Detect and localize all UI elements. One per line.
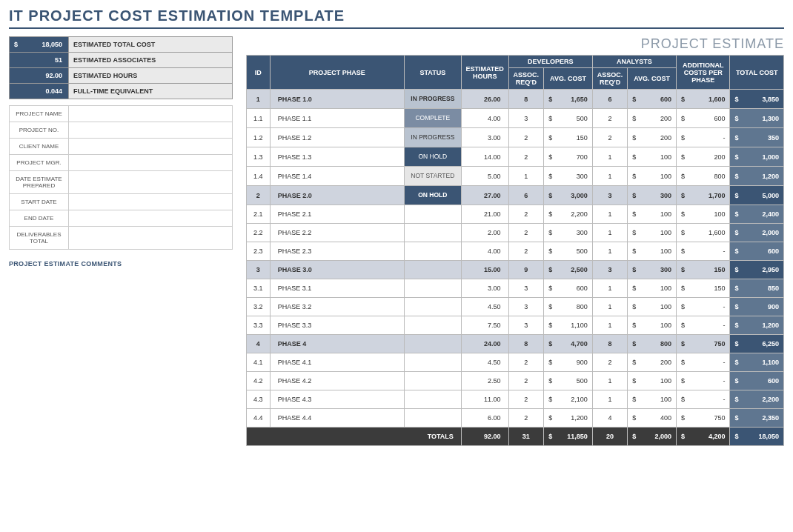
cell-phase[interactable]: PHASE 3.2 [270, 298, 404, 316]
cell-hours[interactable]: 3.00 [461, 279, 508, 298]
cell-dev-assoc[interactable]: 8 [508, 90, 544, 109]
cell-additional[interactable]: $- [677, 353, 730, 372]
cell-dev-assoc[interactable]: 2 [508, 242, 544, 261]
cell-hours[interactable]: 4.50 [461, 298, 508, 316]
cell-dev-assoc[interactable]: 3 [508, 279, 544, 298]
cell-additional[interactable]: $- [677, 390, 730, 409]
cell-status[interactable]: ON HOLD [404, 147, 461, 167]
cell-total[interactable]: $6,250 [730, 335, 784, 353]
cell-additional[interactable]: $750 [677, 409, 730, 428]
info-value[interactable] [69, 122, 233, 139]
cell-hours[interactable]: 4.00 [461, 109, 508, 128]
cell-hours[interactable]: 5.00 [461, 167, 508, 186]
cell-dev-cost[interactable]: $800 [544, 298, 593, 316]
cell-dev-cost[interactable]: $1,100 [544, 316, 593, 335]
cell-id[interactable]: 3.3 [247, 316, 271, 335]
cell-status[interactable] [404, 205, 461, 224]
cell-hours[interactable]: 4.50 [461, 353, 508, 372]
cell-id[interactable]: 3.2 [247, 298, 271, 316]
cell-phase[interactable]: PHASE 2.0 [270, 186, 404, 205]
cell-ana-cost[interactable]: $400 [628, 409, 677, 428]
cell-ana-cost[interactable]: $300 [628, 261, 677, 279]
cell-ana-assoc[interactable]: 3 [592, 186, 628, 205]
cell-id[interactable]: 1.2 [247, 128, 271, 147]
cell-total[interactable]: $2,200 [730, 390, 784, 409]
cell-status[interactable] [404, 261, 461, 279]
cell-dev-assoc[interactable]: 9 [508, 261, 544, 279]
cell-phase[interactable]: PHASE 4.3 [270, 390, 404, 409]
cell-status[interactable] [404, 242, 461, 261]
cell-additional[interactable]: $800 [677, 167, 730, 186]
cell-dev-assoc[interactable]: 2 [508, 147, 544, 167]
cell-ana-assoc[interactable]: 1 [592, 298, 628, 316]
cell-dev-cost[interactable]: $300 [544, 167, 593, 186]
cell-phase[interactable]: PHASE 3.1 [270, 279, 404, 298]
cell-phase[interactable]: PHASE 1.1 [270, 109, 404, 128]
cell-id[interactable]: 2.1 [247, 205, 271, 224]
cell-dev-cost[interactable]: $1,200 [544, 409, 593, 428]
cell-phase[interactable]: PHASE 1.4 [270, 167, 404, 186]
cell-status[interactable] [404, 372, 461, 390]
summary-value[interactable]: 51 [10, 53, 69, 68]
cell-hours[interactable]: 15.00 [461, 261, 508, 279]
cell-hours[interactable]: 3.00 [461, 128, 508, 147]
cell-id[interactable]: 2.2 [247, 224, 271, 242]
cell-ana-assoc[interactable]: 8 [592, 335, 628, 353]
cell-ana-cost[interactable]: $600 [628, 90, 677, 109]
cell-id[interactable]: 2.3 [247, 242, 271, 261]
cell-phase[interactable]: PHASE 1.2 [270, 128, 404, 147]
cell-total[interactable]: $350 [730, 128, 784, 147]
cell-ana-cost[interactable]: $100 [628, 279, 677, 298]
cell-status[interactable] [404, 279, 461, 298]
cell-total[interactable]: $850 [730, 279, 784, 298]
cell-hours[interactable]: 26.00 [461, 90, 508, 109]
cell-dev-assoc[interactable]: 6 [508, 186, 544, 205]
cell-ana-assoc[interactable]: 1 [592, 372, 628, 390]
summary-value[interactable]: $18,050 [10, 37, 69, 53]
cell-id[interactable]: 4.3 [247, 390, 271, 409]
cell-dev-cost[interactable]: $500 [544, 242, 593, 261]
cell-total[interactable]: $3,850 [730, 90, 784, 109]
info-value[interactable] [69, 106, 233, 122]
info-value[interactable] [69, 227, 233, 250]
cell-phase[interactable]: PHASE 2.3 [270, 242, 404, 261]
cell-ana-assoc[interactable]: 1 [592, 167, 628, 186]
cell-additional[interactable]: $100 [677, 205, 730, 224]
cell-dev-cost[interactable]: $600 [544, 279, 593, 298]
cell-phase[interactable]: PHASE 4 [270, 335, 404, 353]
cell-status[interactable]: ON HOLD [404, 186, 461, 205]
cell-ana-cost[interactable]: $200 [628, 109, 677, 128]
cell-ana-cost[interactable]: $100 [628, 372, 677, 390]
cell-total[interactable]: $1,200 [730, 167, 784, 186]
cell-ana-cost[interactable]: $100 [628, 224, 677, 242]
cell-phase[interactable]: PHASE 3.3 [270, 316, 404, 335]
cell-ana-assoc[interactable]: 1 [592, 147, 628, 167]
cell-dev-cost[interactable]: $2,100 [544, 390, 593, 409]
cell-dev-assoc[interactable]: 2 [508, 409, 544, 428]
cell-dev-cost[interactable]: $500 [544, 372, 593, 390]
cell-dev-assoc[interactable]: 3 [508, 298, 544, 316]
cell-additional[interactable]: $- [677, 242, 730, 261]
cell-status[interactable] [404, 353, 461, 372]
cell-dev-assoc[interactable]: 2 [508, 224, 544, 242]
cell-id[interactable]: 1.4 [247, 167, 271, 186]
cell-additional[interactable]: $150 [677, 279, 730, 298]
cell-additional[interactable]: $1,600 [677, 90, 730, 109]
cell-phase[interactable]: PHASE 2.2 [270, 224, 404, 242]
info-value[interactable] [69, 210, 233, 227]
cell-total[interactable]: $2,400 [730, 205, 784, 224]
summary-value[interactable]: 0.044 [10, 84, 69, 99]
cell-total[interactable]: $900 [730, 298, 784, 316]
cell-phase[interactable]: PHASE 4.1 [270, 353, 404, 372]
cell-status[interactable] [404, 298, 461, 316]
cell-total[interactable]: $2,950 [730, 261, 784, 279]
cell-ana-assoc[interactable]: 1 [592, 279, 628, 298]
cell-dev-assoc[interactable]: 1 [508, 167, 544, 186]
cell-status[interactable] [404, 390, 461, 409]
cell-id[interactable]: 4.2 [247, 372, 271, 390]
cell-additional[interactable]: $600 [677, 109, 730, 128]
cell-status[interactable] [404, 409, 461, 428]
cell-total[interactable]: $1,100 [730, 353, 784, 372]
cell-hours[interactable]: 4.00 [461, 242, 508, 261]
cell-phase[interactable]: PHASE 1.3 [270, 147, 404, 167]
